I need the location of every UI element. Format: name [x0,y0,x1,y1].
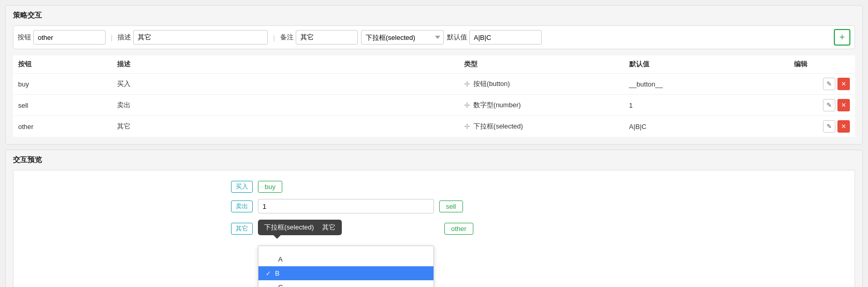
th-btn: 按钮 [13,55,112,74]
desc-label: 描述 [118,33,131,42]
btn-field-group: 按钮 [18,30,106,45]
preview-section: 交互预览 买入 buy 卖出 sell 其它 [5,150,863,287]
other-label-btn[interactable]: 其它 [231,223,253,235]
delete-btn[interactable]: ✕ [837,120,850,133]
table-row: buy 买入 ✛ 按钮(button) __button__ ✎ ✕ [13,74,855,95]
th-default: 默认值 [624,55,789,74]
sell-label-btn[interactable]: 卖出 [231,200,253,212]
drag-icon: ✛ [464,101,470,109]
note-label: 备注 [280,33,294,42]
preview-title: 交互预览 [13,155,855,165]
type-text: 下拉框(selected) [473,122,523,131]
sell-number-input[interactable] [258,199,434,213]
edit-btn[interactable]: ✎ [823,120,835,133]
edit-btn[interactable]: ✎ [823,78,835,90]
default-input[interactable] [469,30,542,45]
sell-action-btn[interactable]: sell [439,200,463,212]
other-control-group: 下拉框(selected) 其它 A✓BC [258,220,434,287]
delete-btn[interactable]: ✕ [837,99,850,111]
cell-desc: 其它 [112,116,459,137]
cell-desc: 买入 [112,74,459,95]
dropdown-item[interactable] [258,246,433,252]
dropdown-item-label: C [278,283,283,287]
drag-icon: ✛ [464,122,470,131]
default-label: 默认值 [447,33,467,42]
cell-btn: other [13,116,112,137]
default-field-group: 默认值 [447,30,542,45]
cell-edit: ✎ ✕ [789,74,855,95]
edit-btn[interactable]: ✎ [823,99,835,111]
strategy-title: 策略交互 [13,11,855,20]
cell-desc: 卖出 [112,95,459,116]
dropdown-item[interactable]: ✓B [258,266,433,280]
cell-edit: ✎ ✕ [789,95,855,116]
add-button[interactable]: + [834,29,850,46]
dropdown-item-label: A [278,255,283,263]
buy-label-btn[interactable]: 买入 [231,181,253,193]
note-field-group: 备注 [280,30,358,45]
dropdown-item-label: B [275,269,280,277]
table-row: other 其它 ✛ 下拉框(selected) A|B|C ✎ ✕ [13,116,855,137]
preview-label-sell: 卖出 [227,200,253,212]
delete-btn[interactable]: ✕ [837,78,850,90]
cell-type: ✛ 按钮(button) [459,74,624,95]
divider1: | [111,34,112,41]
th-edit: 编辑 [789,55,855,74]
buy-action-btn[interactable]: buy [258,181,282,193]
preview-row-buy: 买入 buy [227,181,641,193]
drag-icon: ✛ [464,80,470,88]
btn-label: 按钮 [18,33,31,42]
note-input[interactable] [296,30,358,45]
preview-rows: 买入 buy 卖出 sell 其它 [227,181,641,287]
cell-type: ✛ 数字型(number) [459,95,624,116]
cell-edit: ✎ ✕ [789,116,855,137]
strategy-section: 策略交互 按钮 | 描述 | 备注 下拉框(selected) 按钮(butto… [5,5,863,145]
th-desc: 描述 [112,55,459,74]
preview-label-buy: 买入 [227,181,253,193]
dropdown-list[interactable]: A✓BC [258,246,434,287]
tooltip-type: 下拉框(selected) [264,223,314,232]
th-type: 类型 [459,55,624,74]
cell-default: __button__ [624,74,789,95]
cell-default: 1 [624,95,789,116]
preview-inner: 买入 buy 卖出 sell 其它 [13,170,855,287]
strategy-table: 按钮 描述 类型 默认值 编辑 buy 买入 ✛ 按钮(button) __bu… [13,55,855,137]
type-text: 数字型(number) [473,101,521,110]
preview-label-other: 其它 [227,223,253,235]
other-action-btn[interactable]: other [444,223,473,235]
divider2: | [273,34,274,41]
btn-input[interactable] [33,30,106,45]
desc-input[interactable] [133,30,268,45]
cell-default: A|B|C [624,116,789,137]
dropdown-item[interactable]: C [258,280,433,287]
dropdown-item[interactable]: A [258,252,433,266]
tooltip-content: 下拉框(selected) 其它 [264,223,336,232]
cell-btn: sell [13,95,112,116]
cell-type: ✛ 下拉框(selected) [459,116,624,137]
table-row: sell 卖出 ✛ 数字型(number) 1 ✎ ✕ [13,95,855,116]
strategy-form-row: 按钮 | 描述 | 备注 下拉框(selected) 按钮(button) 数字… [13,25,855,49]
cell-btn: buy [13,74,112,95]
check-icon: ✓ [266,270,271,277]
type-text: 按钮(button) [473,79,510,89]
preview-row-other: 其它 下拉框(selected) 其它 A✓BC other [227,220,641,287]
type-select[interactable]: 下拉框(selected) 按钮(button) 数字型(number) [361,30,444,45]
preview-row-sell: 卖出 sell [227,199,641,213]
tooltip-box: 下拉框(selected) 其它 [258,220,342,235]
tooltip-value: 其它 [322,223,336,232]
desc-field-group: 描述 [118,30,268,45]
